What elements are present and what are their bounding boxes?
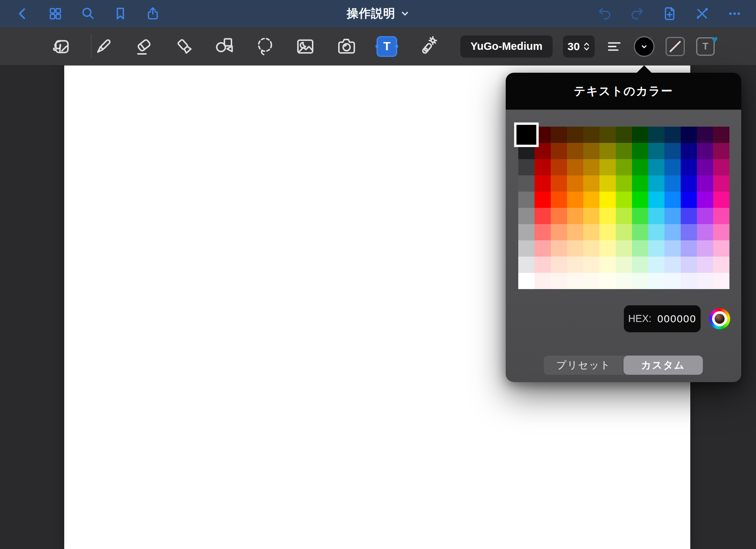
color-swatch-9-1[interactable] [535,273,551,289]
color-swatch-2-0[interactable] [518,159,535,175]
color-swatch-9-5[interactable] [599,273,616,289]
color-swatch-8-8[interactable] [648,257,664,273]
color-swatch-0-5[interactable] [599,127,616,143]
color-swatch-6-10[interactable] [681,224,697,240]
color-swatch-9-10[interactable] [681,273,697,289]
color-swatch-6-7[interactable] [632,224,648,240]
color-swatch-0-12[interactable] [713,127,729,143]
color-swatch-9-12[interactable] [713,273,729,289]
color-swatch-9-9[interactable] [664,273,681,289]
color-swatch-0-2[interactable] [551,127,567,143]
color-swatch-3-7[interactable] [632,175,648,192]
color-swatch-0-11[interactable] [697,127,713,143]
color-swatch-9-4[interactable] [583,273,599,289]
color-swatch-2-6[interactable] [616,159,632,175]
color-swatch-0-3[interactable] [567,127,583,143]
color-swatch-7-2[interactable] [551,240,567,257]
undo-button[interactable] [588,0,621,27]
color-swatch-6-0[interactable] [518,224,535,240]
color-swatch-7-6[interactable] [616,240,632,257]
edit-mode-toggle-button[interactable] [686,0,718,27]
color-swatch-3-10[interactable] [681,175,697,192]
color-swatch-7-1[interactable] [535,240,551,257]
color-swatch-1-12[interactable] [713,143,729,159]
share-button[interactable] [137,0,169,27]
highlighter-tool[interactable] [172,34,197,59]
color-swatch-0-9[interactable] [664,127,681,143]
font-size-stepper[interactable]: 30 [563,35,595,58]
stroke-style-button[interactable] [666,37,685,56]
color-swatch-8-0[interactable] [518,257,535,273]
color-swatch-1-11[interactable] [697,143,713,159]
color-swatch-8-9[interactable] [664,257,681,273]
color-swatch-3-9[interactable] [664,175,681,192]
color-swatch-2-7[interactable] [632,159,648,175]
color-swatch-7-7[interactable] [632,240,648,257]
shapes-tool[interactable] [212,34,236,59]
color-swatch-8-1[interactable] [535,257,551,273]
color-swatch-7-9[interactable] [664,240,681,257]
font-family-button[interactable]: YuGo-Medium [460,35,553,58]
color-swatch-5-5[interactable] [599,208,616,224]
color-swatch-3-3[interactable] [567,175,583,192]
color-swatch-1-5[interactable] [599,143,616,159]
color-swatch-9-6[interactable] [616,273,632,289]
color-swatch-6-11[interactable] [697,224,713,240]
color-swatch-2-1[interactable] [535,159,551,175]
color-swatch-7-4[interactable] [583,240,599,257]
text-tool-selected[interactable]: T [377,36,397,57]
color-swatch-7-5[interactable] [599,240,616,257]
favorite-text-style-button[interactable]: T ♥ [696,37,715,56]
color-swatch-3-6[interactable] [616,175,632,192]
color-swatch-1-4[interactable] [583,143,599,159]
color-wheel-button[interactable] [709,308,730,329]
text-color-button[interactable] [634,36,654,57]
color-swatch-4-10[interactable] [681,192,697,208]
color-swatch-6-9[interactable] [664,224,681,240]
color-swatch-6-1[interactable] [535,224,551,240]
color-swatch-6-2[interactable] [551,224,567,240]
color-swatch-5-2[interactable] [551,208,567,224]
color-swatch-3-1[interactable] [535,175,551,192]
color-swatch-9-7[interactable] [632,273,648,289]
pen-tool[interactable] [91,34,116,59]
color-swatch-1-0[interactable] [518,143,535,159]
thumbnails-button[interactable] [39,0,72,27]
color-swatch-2-5[interactable] [599,159,616,175]
color-swatch-6-5[interactable] [599,224,616,240]
color-swatch-4-9[interactable] [664,192,681,208]
color-swatch-8-12[interactable] [713,257,729,273]
color-swatch-0-1[interactable] [535,127,551,143]
color-swatch-5-9[interactable] [664,208,681,224]
more-button[interactable] [718,0,751,27]
color-swatch-4-6[interactable] [616,192,632,208]
color-swatch-8-4[interactable] [583,257,599,273]
color-swatch-2-8[interactable] [648,159,664,175]
color-swatch-0-7[interactable] [632,127,648,143]
color-swatch-8-11[interactable] [697,257,713,273]
color-swatch-2-12[interactable] [713,159,729,175]
color-swatch-3-4[interactable] [583,175,599,192]
color-swatch-6-3[interactable] [567,224,583,240]
color-swatch-1-8[interactable] [648,143,664,159]
hex-input[interactable]: HEX: 000000 [624,305,701,332]
color-swatch-9-3[interactable] [567,273,583,289]
tab-preset[interactable]: プリセット [544,356,623,375]
color-swatch-0-4[interactable] [583,127,599,143]
writing-aid-tool[interactable] [49,34,73,59]
color-swatch-0-0[interactable] [516,124,537,145]
color-swatch-4-12[interactable] [713,192,729,208]
color-swatch-2-9[interactable] [664,159,681,175]
color-swatch-5-11[interactable] [697,208,713,224]
color-swatch-1-2[interactable] [551,143,567,159]
lasso-tool[interactable] [253,34,277,59]
redo-button[interactable] [621,0,653,27]
color-swatch-0-8[interactable] [648,127,664,143]
color-swatch-5-0[interactable] [518,208,535,224]
color-swatch-2-3[interactable] [567,159,583,175]
tab-custom[interactable]: カスタム [623,356,703,375]
color-swatch-8-7[interactable] [632,257,648,273]
color-swatch-2-11[interactable] [697,159,713,175]
image-tool[interactable] [293,34,317,59]
color-swatch-4-11[interactable] [697,192,713,208]
